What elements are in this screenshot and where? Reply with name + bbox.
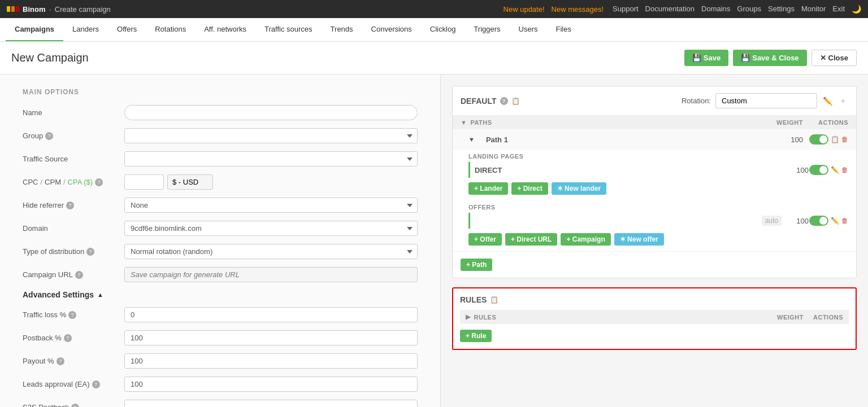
nav-clicklog[interactable]: Clicklog bbox=[421, 18, 465, 41]
path-1-trash-icon[interactable]: 🗑 bbox=[841, 135, 848, 143]
add-campaign-button[interactable]: + Campaign bbox=[561, 233, 610, 246]
offer-edit-icon[interactable]: ✏️ bbox=[831, 217, 839, 225]
add-path-button[interactable]: + Path bbox=[461, 259, 492, 271]
rotation-add-icon[interactable]: ＋ bbox=[838, 95, 848, 107]
traffic-source-label: Traffic Source bbox=[23, 155, 124, 163]
nav-traffic-sources[interactable]: Traffic sources bbox=[255, 18, 322, 41]
topbar: Binom - Create campaign New update! New … bbox=[0, 0, 868, 18]
traffic-source-row: Traffic Source bbox=[23, 151, 418, 167]
payout-help-icon[interactable]: ? bbox=[57, 357, 64, 365]
type-distribution-select[interactable]: Normal rotation (random) bbox=[124, 244, 418, 259]
nav-support[interactable]: Support bbox=[613, 5, 639, 14]
rotation-label: Rotation: bbox=[682, 97, 711, 105]
nav-aff-networks[interactable]: Aff. networks bbox=[195, 18, 255, 41]
nav-users[interactable]: Users bbox=[510, 18, 547, 41]
offer-trash-icon[interactable]: 🗑 bbox=[841, 217, 848, 225]
s2s-postback-input[interactable] bbox=[124, 400, 418, 407]
add-direct-button[interactable]: + Direct bbox=[511, 182, 548, 195]
landing-pages-subsection: LANDING PAGES DIRECT 100 ✏️ 🗑 bbox=[453, 150, 856, 200]
default-section: DEFAULT ? 📋 Rotation: Custom ✏️ ＋ ▼ PATH… bbox=[452, 86, 857, 278]
rules-copy-icon[interactable]: 📋 bbox=[490, 296, 498, 304]
group-help-icon[interactable]: ? bbox=[45, 132, 53, 140]
hide-referrer-label: Hide referrer ? bbox=[23, 201, 124, 209]
nav-settings[interactable]: Settings bbox=[768, 5, 795, 14]
nav-campaigns[interactable]: Campaigns bbox=[6, 18, 63, 41]
cpc-inputs: $ - USD bbox=[124, 174, 213, 190]
default-header: DEFAULT ? 📋 Rotation: Custom ✏️ ＋ bbox=[453, 86, 856, 116]
path-1-actions: 📋 🗑 bbox=[803, 134, 848, 145]
offer-toggle[interactable] bbox=[809, 216, 828, 226]
traffic-loss-help-icon[interactable]: ? bbox=[68, 311, 76, 319]
group-label: Group ? bbox=[23, 132, 124, 140]
cpc-help-icon[interactable]: ? bbox=[95, 178, 103, 186]
nav-domains[interactable]: Domains bbox=[701, 5, 730, 14]
name-label: Name bbox=[23, 108, 124, 117]
traffic-source-select[interactable] bbox=[124, 151, 418, 167]
add-rule-button[interactable]: + Rule bbox=[460, 330, 492, 342]
path-1-copy-icon[interactable]: 📋 bbox=[831, 135, 839, 143]
direct-landing-item: DIRECT 100 ✏️ 🗑 bbox=[468, 162, 848, 178]
campaign-url-input[interactable] bbox=[124, 267, 418, 282]
logo-icon bbox=[7, 6, 19, 12]
traffic-loss-input[interactable] bbox=[124, 307, 418, 322]
type-dist-help-icon[interactable]: ? bbox=[86, 248, 94, 256]
hide-referrer-select[interactable]: None bbox=[124, 198, 418, 213]
save-close-button[interactable]: 💾 Save & Close bbox=[733, 50, 806, 66]
nav-monitor[interactable]: Monitor bbox=[801, 5, 826, 14]
group-select[interactable] bbox=[124, 128, 418, 143]
nav-groups[interactable]: Groups bbox=[737, 5, 761, 14]
direct-edit-icon[interactable]: ✏️ bbox=[831, 166, 839, 174]
path-1-row: ▼ Path 1 100 📋 🗑 bbox=[453, 129, 856, 150]
leads-approval-input[interactable] bbox=[124, 377, 418, 392]
nav-offers[interactable]: Offers bbox=[108, 18, 146, 41]
add-direct-url-button[interactable]: + Direct URL bbox=[505, 233, 557, 246]
path-1-chevron[interactable]: ▼ bbox=[461, 133, 483, 146]
new-messages-alert[interactable]: New messages! bbox=[552, 5, 604, 14]
payout-input[interactable] bbox=[124, 353, 418, 369]
new-offer-button[interactable]: ✶ New offer bbox=[614, 233, 664, 246]
nav-documentation[interactable]: Documentation bbox=[645, 5, 695, 14]
currency-select[interactable]: $ - USD bbox=[167, 174, 213, 190]
nav-triggers[interactable]: Triggers bbox=[465, 18, 509, 41]
direct-trash-icon[interactable]: 🗑 bbox=[841, 166, 848, 174]
hide-referrer-help-icon[interactable]: ? bbox=[66, 202, 74, 209]
rules-name-col[interactable]: ▶ RULES bbox=[466, 313, 770, 321]
dark-mode-icon[interactable]: 🌙 bbox=[852, 5, 861, 14]
hide-referrer-row: Hide referrer ? None bbox=[23, 198, 418, 213]
nav-landers[interactable]: Landers bbox=[63, 18, 108, 41]
path-1-name: Path 1 bbox=[486, 135, 769, 144]
advanced-settings-toggle[interactable]: Advanced Settings ▲ bbox=[23, 290, 418, 299]
add-rule-container: + Rule bbox=[460, 330, 849, 342]
name-input[interactable] bbox=[124, 105, 418, 120]
new-lander-button[interactable]: ✶ New lander bbox=[552, 182, 606, 195]
rotation-select[interactable]: Custom bbox=[715, 93, 817, 108]
topbar-alerts: New update! New messages! bbox=[504, 5, 604, 14]
traffic-loss-row: Traffic loss % ? bbox=[23, 307, 418, 322]
close-button[interactable]: ✕ Close bbox=[811, 50, 857, 66]
campaign-url-help-icon[interactable]: ? bbox=[75, 271, 83, 279]
nav-exit[interactable]: Exit bbox=[832, 5, 845, 14]
new-update-alert[interactable]: New update! bbox=[504, 5, 545, 14]
default-copy-icon[interactable]: 📋 bbox=[511, 97, 520, 105]
nav-trends[interactable]: Trends bbox=[322, 18, 362, 41]
save-button[interactable]: 💾 Save bbox=[684, 50, 728, 66]
postback-input[interactable] bbox=[124, 330, 418, 345]
direct-toggle[interactable] bbox=[809, 165, 828, 175]
direct-actions: ✏️ 🗑 bbox=[809, 165, 848, 175]
nav-rotations[interactable]: Rotations bbox=[146, 18, 195, 41]
rotation-edit-icon[interactable]: ✏️ bbox=[822, 95, 834, 107]
domain-label: Domain bbox=[23, 224, 124, 233]
default-help-icon[interactable]: ? bbox=[500, 97, 508, 105]
postback-help-icon[interactable]: ? bbox=[64, 334, 72, 342]
path-1-toggle[interactable] bbox=[809, 134, 828, 145]
add-offer-button[interactable]: + Offer bbox=[468, 233, 502, 246]
rules-section: RULES 📋 ▶ RULES Weight Actions + Rule bbox=[452, 287, 857, 350]
campaign-url-row: Campaign URL ? bbox=[23, 267, 418, 282]
nav-conversions[interactable]: Conversions bbox=[362, 18, 421, 41]
cpc-value-input[interactable] bbox=[124, 174, 164, 190]
leads-approval-help-icon[interactable]: ? bbox=[92, 380, 100, 388]
domain-select[interactable]: 9cdf6e.binomlink.com bbox=[124, 221, 418, 236]
add-lander-button[interactable]: + Lander bbox=[468, 182, 508, 195]
nav-files[interactable]: Files bbox=[547, 18, 580, 41]
s2s-postback-help-icon[interactable]: ? bbox=[71, 404, 79, 408]
